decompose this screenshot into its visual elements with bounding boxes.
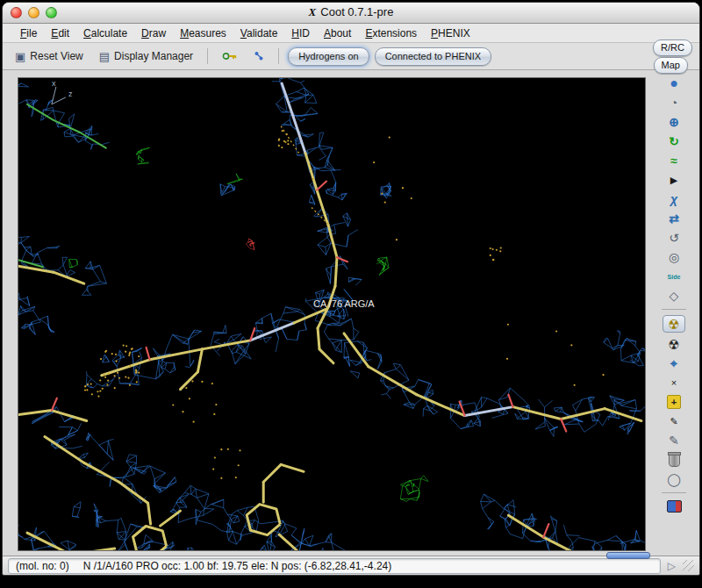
main-area: CA /76 ARG/A x z ● ◔ ⊕ ↻ ≈ ▶ χ ⇄ ↺ ◎ Sid…	[3, 70, 699, 556]
regularize-zone-icon[interactable]: ☢	[663, 336, 684, 352]
toolbar: ▣ Reset View ▤ Display Manager Hydrogens…	[3, 43, 699, 70]
right-toolbar: ● ◔ ⊕ ↻ ≈ ▶ χ ⇄ ↺ ◎ Side ◇ ☢ ☢ ⌖ × + ✎ ✎…	[648, 75, 699, 514]
horizontal-scrollbar-thumb[interactable]	[606, 552, 650, 559]
rotate-zone-icon[interactable]: ↻	[663, 133, 684, 149]
reset-view-icon: ▣	[15, 51, 25, 62]
reset-view-label: Reset View	[30, 50, 82, 62]
display-manager-label: Display Manager	[114, 50, 193, 62]
menu-extensions[interactable]: Extensions	[358, 25, 424, 41]
delete-item-icon[interactable]	[663, 452, 684, 468]
titlebar[interactable]: XCoot 0.7.1-pre	[3, 3, 699, 24]
status-atom-info: N /1/A/160 PRO occ: 1.00 bf: 19.75 ele: …	[83, 560, 392, 572]
translate-zone-icon[interactable]: ⊕	[663, 114, 684, 130]
x11-icon: X	[309, 5, 317, 18]
display-manager-icon: ▤	[99, 51, 110, 62]
display-control-icon[interactable]	[663, 498, 684, 514]
ligand-builder-button[interactable]	[248, 49, 269, 63]
atom-label: CA /76 ARG/A	[313, 298, 375, 309]
edit-pencil-icon[interactable]: ✎	[663, 413, 684, 429]
plus-box-icon: +	[667, 395, 681, 409]
side-chain-180-icon[interactable]: Side	[663, 269, 684, 284]
toolbar-separator	[207, 48, 208, 64]
molecule-icon	[254, 51, 264, 61]
menu-edit[interactable]: Edit	[44, 25, 76, 41]
density-scene	[18, 78, 645, 550]
expand-arrow-icon[interactable]: ▷	[668, 560, 676, 572]
add-terminal-residue-icon[interactable]: +	[663, 394, 684, 410]
jiggle-fit-icon[interactable]: ↺	[663, 230, 684, 246]
reset-view-button[interactable]: ▣ Reset View	[10, 48, 89, 64]
map-button[interactable]: Map	[654, 57, 688, 74]
clear-pending-icon[interactable]: ×	[663, 375, 684, 391]
window-title: Coot 0.7.1-pre	[320, 5, 393, 18]
menu-about[interactable]: About	[317, 25, 358, 41]
menu-calculate[interactable]: Calculate	[76, 25, 134, 41]
menu-measures[interactable]: Measures	[173, 25, 233, 41]
axis-z-label: z	[68, 90, 73, 98]
menu-hid[interactable]: HID	[284, 25, 317, 41]
toolbar-separator	[662, 492, 686, 493]
statusbar: (mol. no: 0) N /1/A/160 PRO occ: 1.00 bf…	[3, 556, 699, 575]
mutate-pencil-icon[interactable]: ✎	[663, 433, 684, 448]
display-manager-button[interactable]: ▤ Display Manager	[94, 48, 198, 64]
spin-search-icon[interactable]: ◎	[663, 249, 684, 265]
display-control-glyph	[667, 500, 682, 513]
menu-validate[interactable]: Validate	[233, 25, 285, 41]
phenix-connection-button[interactable]: Connected to PHENIX	[375, 47, 491, 66]
trash-icon	[669, 454, 680, 467]
rrc-button[interactable]: R/RC	[653, 39, 692, 56]
status-field: (mol. no: 0) N /1/A/160 PRO occ: 1.00 bf…	[8, 558, 661, 574]
flip-peptide-icon[interactable]: ⇄	[663, 211, 684, 226]
status-mol-number: (mol. no: 0)	[16, 560, 69, 572]
go-to-atom-button[interactable]	[217, 50, 243, 62]
resize-grip[interactable]	[683, 560, 694, 571]
torsion-edit-icon[interactable]: ≈	[663, 153, 684, 169]
toolbar-separator	[278, 48, 279, 64]
model-sphere-icon[interactable]: ●	[663, 75, 684, 91]
edit-chi-angles-icon[interactable]: χ	[663, 191, 684, 207]
key-icon	[222, 52, 238, 61]
ligand-fit-icon[interactable]: ◇	[663, 288, 684, 304]
window-title-area: XCoot 0.7.1-pre	[3, 5, 699, 19]
real-space-refine-icon[interactable]: ☢	[663, 315, 685, 333]
symmetry-sphere-icon[interactable]: ◔	[663, 95, 684, 111]
toolbar-separator	[662, 309, 686, 310]
refine-target-icon[interactable]: ⌖	[663, 355, 684, 371]
menu-phenix[interactable]: PHENIX	[424, 25, 477, 41]
graphics-canvas[interactable]: CA /76 ARG/A x z	[18, 77, 646, 551]
undo-circle-icon[interactable]: ◯	[663, 471, 684, 487]
menu-draw[interactable]: Draw	[134, 25, 173, 41]
hydrogens-toggle-button[interactable]: Hydrogens on	[288, 47, 369, 66]
accept-run-icon[interactable]: ▶	[663, 172, 684, 188]
coot-window: XCoot 0.7.1-pre File Edit Calculate Draw…	[2, 2, 700, 576]
menubar: File Edit Calculate Draw Measures Valida…	[3, 24, 699, 43]
axis-x-label: x	[52, 79, 56, 88]
menu-file[interactable]: File	[13, 25, 44, 41]
